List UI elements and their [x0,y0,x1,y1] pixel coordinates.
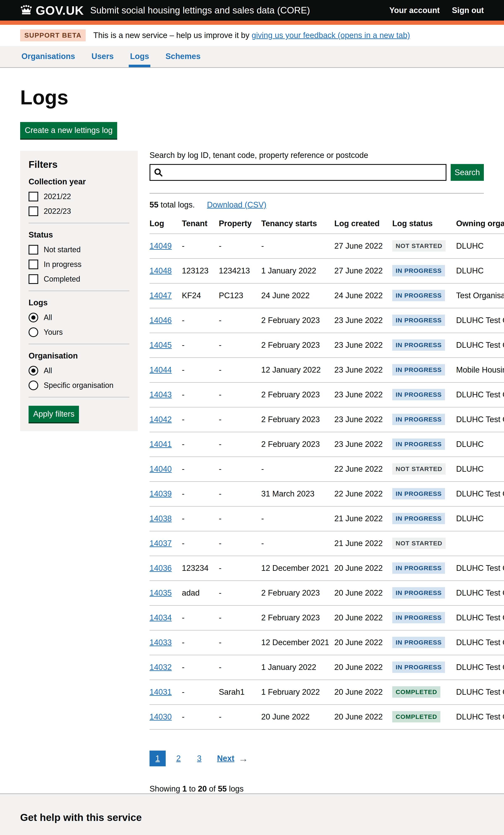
tenant-cell: - [182,655,219,680]
property-cell: - [219,358,261,383]
status-badge: COMPLETED [392,686,440,698]
property-cell: Sarah1 [219,680,261,705]
log-status-cell: NOT STARTED [392,531,456,556]
log-status-cell: IN PROGRESS [392,333,456,358]
log-id-link[interactable]: 14038 [149,514,172,523]
log-id-link[interactable]: 14039 [149,489,172,498]
radio-control[interactable] [28,313,38,322]
log-id-link[interactable]: 14047 [149,291,172,300]
filter-group-logs: Logs All Yours [28,298,129,337]
checkbox-box[interactable] [28,206,38,216]
log-status-cell: IN PROGRESS [392,259,456,283]
radio-logs-all[interactable]: All [28,313,129,322]
search-input[interactable] [150,165,446,180]
pagination-page-1[interactable]: 1 [149,751,166,766]
checkbox-box[interactable] [28,274,38,284]
log-id-link[interactable]: 14031 [149,688,172,696]
main-content: Logs Create a new lettings log Filters C… [0,68,504,793]
radio-control[interactable] [28,381,38,390]
owning-cell: Mobile Housing [456,358,504,383]
pagination-next-link[interactable]: Next [217,754,234,763]
tenant-cell: - [182,506,219,531]
log-created-cell: 21 June 2022 [334,531,392,556]
filters-panel: Filters Collection year 2021/22 2022/23 … [20,151,138,431]
log-id-link[interactable]: 14033 [149,638,172,647]
tenant-cell: - [182,630,219,655]
owning-cell: DLUHC Test Org [456,680,504,705]
checkbox-in-progress[interactable]: In progress [28,260,129,269]
filter-divider [28,291,129,291]
log-id-link[interactable]: 14049 [149,242,172,250]
property-cell: - [219,705,261,729]
column-header-property: Property [219,219,261,234]
download-csv-link[interactable]: Download (CSV) [207,200,266,209]
govuk-logo[interactable]: GOV.UK [20,3,84,17]
log-id-link[interactable]: 14041 [149,440,172,449]
search-button[interactable]: Search [451,164,484,181]
log-status-cell: IN PROGRESS [392,308,456,333]
checkbox-completed[interactable]: Completed [28,274,129,284]
status-badge: IN PROGRESS [392,314,445,326]
service-name-link[interactable]: Submit social housing lettings and sales… [90,5,310,16]
property-cell: - [219,630,261,655]
pagination: 1 2 3 Next → [149,751,484,766]
radio-control[interactable] [28,327,38,337]
log-id-link[interactable]: 14042 [149,415,172,424]
table-row: 14035adad-2 February 202320 June 2022IN … [149,581,504,606]
log-id-link[interactable]: 14043 [149,390,172,399]
log-id-link[interactable]: 14045 [149,341,172,349]
results-divider [149,193,484,194]
log-id-link[interactable]: 14030 [149,712,172,721]
radio-organisation-all[interactable]: All [28,366,129,375]
checkbox-box[interactable] [28,260,38,269]
checkbox-not-started[interactable]: Not started [28,245,129,254]
checkbox-2022-23[interactable]: 2022/23 [28,206,129,216]
your-account-link[interactable]: Your account [389,6,440,15]
logs-legend: Logs [28,298,129,307]
table-row: 14044--12 January 202223 June 2022IN PRO… [149,358,504,383]
status-badge: IN PROGRESS [392,488,445,500]
log-id-link[interactable]: 14040 [149,465,172,473]
nav-item-schemes[interactable]: Schemes [164,46,202,67]
log-id-link[interactable]: 14037 [149,539,172,548]
log-status-cell: NOT STARTED [392,234,456,259]
nav-item-users[interactable]: Users [90,46,115,67]
radio-logs-yours[interactable]: Yours [28,327,129,337]
log-id-link[interactable]: 14048 [149,266,172,275]
log-created-cell: 22 June 2022 [334,482,392,506]
radio-organisation-specific[interactable]: Specific organisation [28,381,129,390]
sign-out-link[interactable]: Sign out [452,6,484,15]
log-id-cell: 14037 [149,531,182,556]
tenant-cell: - [182,383,219,407]
filter-divider [28,344,129,344]
crown-icon [20,3,32,17]
table-row: 14049---27 June 2022NOT STARTEDDLUHC [149,234,504,259]
tenancy-starts-cell: 2 February 2023 [261,432,334,457]
tenant-cell: - [182,333,219,358]
footer: Get help with this service Online helpde… [0,793,504,835]
log-id-link[interactable]: 14046 [149,316,172,325]
radio-control[interactable] [28,366,38,375]
log-id-link[interactable]: 14032 [149,663,172,672]
create-lettings-log-button[interactable]: Create a new lettings log [20,122,117,139]
filter-divider [28,397,129,398]
checkbox-box[interactable] [28,192,38,201]
footer-heading: Get help with this service [20,812,484,823]
log-id-cell: 14042 [149,407,182,432]
log-id-cell: 14046 [149,308,182,333]
owning-cell: DLUHC [456,432,504,457]
log-id-link[interactable]: 14035 [149,588,172,597]
pagination-page-3[interactable]: 3 [191,751,207,766]
tenancy-starts-cell: 31 March 2023 [261,482,334,506]
apply-filters-button[interactable]: Apply filters [28,406,79,422]
feedback-link[interactable]: giving us your feedback (opens in a new … [251,31,410,40]
log-id-link[interactable]: 14034 [149,613,172,622]
log-id-link[interactable]: 14036 [149,564,172,572]
checkbox-2021-22[interactable]: 2021/22 [28,192,129,201]
log-id-link[interactable]: 14044 [149,365,172,374]
phase-banner: SUPPORT BETA This is a new service – hel… [0,25,504,46]
nav-item-logs[interactable]: Logs [129,46,150,67]
nav-item-organisations[interactable]: Organisations [20,46,77,67]
pagination-page-2[interactable]: 2 [170,751,186,766]
checkbox-box[interactable] [28,245,38,254]
